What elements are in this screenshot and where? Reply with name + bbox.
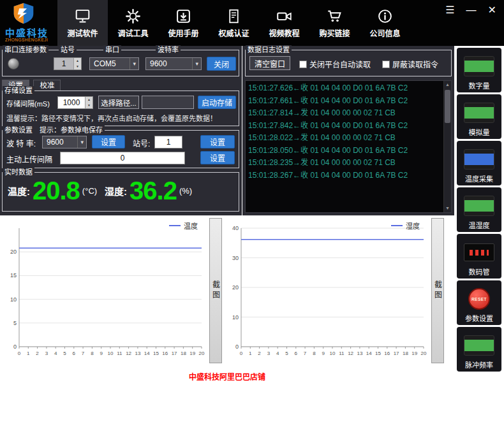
humidity-value: 36.2: [130, 177, 177, 205]
nav-item-label: 测试软件: [67, 27, 98, 38]
checkbox-box[interactable]: [299, 61, 307, 68]
product-image: [458, 236, 500, 268]
sidebar-product-6[interactable]: RESET参数设置: [457, 280, 501, 325]
sidebar-product-4[interactable]: 温湿度: [457, 187, 501, 232]
svg-text:0: 0: [13, 344, 17, 350]
download-icon: [175, 8, 191, 24]
nav-item-label: 使用手册: [168, 27, 198, 38]
product-label: 温度采集: [465, 175, 493, 184]
choose-path-button[interactable]: 选择路径...: [98, 96, 139, 109]
temperature-chart-legend: 温度: [169, 221, 198, 231]
logo-company-name-en: ZHONGSHENGKEJI: [5, 38, 48, 42]
sidebar-product-1[interactable]: 数字量: [457, 48, 501, 92]
chevron-down-icon: ▾: [130, 58, 138, 69]
product-sidebar: 数字量模拟量温度采集温湿度数码管RESET参数设置脉冲频率: [454, 46, 504, 427]
set-station-button[interactable]: 设置: [200, 135, 235, 148]
close-port-button[interactable]: 关闭: [207, 57, 236, 71]
scroll-up-icon[interactable]: ▲: [444, 81, 451, 89]
screenshot-button-temperature[interactable]: 截图: [209, 218, 222, 363]
datalog-group-title: 数据日志设置: [246, 45, 292, 54]
screenshot-button-label: 截图: [433, 280, 443, 301]
nav-item-label: 权威认证: [218, 27, 249, 38]
sidebar-product-3[interactable]: 温度采集: [457, 141, 501, 185]
serial-connection-group: 串口连接参数 站号 串口 波特率 1 ▲▼ COM5▾ 9600▾ 关闭: [2, 50, 239, 76]
svg-text:20: 20: [232, 284, 239, 291]
param-baud-select[interactable]: 9600▾: [42, 136, 87, 148]
station-spinner[interactable]: 1 ▲▼: [54, 57, 82, 70]
nav-item-4[interactable]: 权威认证: [209, 0, 259, 46]
spinner-down-icon[interactable]: ▼: [74, 64, 81, 69]
nav-item-1[interactable]: 测试软件: [57, 0, 108, 46]
product-image-text: RESET: [468, 288, 490, 310]
nav-item-label: 购买链接: [319, 27, 350, 38]
shop-link[interactable]: 中盛科技阿里巴巴店铺: [0, 371, 454, 382]
nav-item-6[interactable]: 购买链接: [309, 0, 360, 46]
baud-value: 9600: [150, 59, 167, 68]
port-select[interactable]: COM5▾: [89, 57, 139, 70]
spinner-up-icon[interactable]: ▲: [74, 58, 81, 64]
set-upload-button[interactable]: 设置: [200, 151, 235, 164]
baud-select[interactable]: 9600▾: [145, 57, 202, 70]
app-window: 中盛科技 ZHONGSHENGKEJI 测试软件调试工具使用手册权威认证视频教程…: [0, 0, 504, 427]
spinner-arrows: ▲▼: [85, 97, 93, 108]
nav-item-3[interactable]: 使用手册: [158, 0, 209, 46]
svg-text:20: 20: [199, 351, 205, 356]
svg-text:6: 6: [295, 351, 298, 356]
logo-company-name: 中盛科技: [5, 25, 48, 39]
sidebar-product-2[interactable]: 模拟量: [457, 94, 501, 139]
screenshot-button-humidity[interactable]: 截图: [431, 218, 444, 363]
station-header-label: 站号: [59, 45, 77, 54]
window-controls: ☰ — ✕: [445, 4, 496, 17]
serial-group-title: 串口连接参数: [3, 45, 48, 54]
legend-line-swatch: [391, 225, 403, 226]
chart-canvas: 0510152001234567891011121314151617181920: [3, 218, 208, 363]
set-baud-button[interactable]: 设置: [92, 135, 125, 148]
monitor-icon: [75, 8, 91, 24]
svg-text:8: 8: [313, 351, 316, 356]
close-button[interactable]: ✕: [488, 4, 496, 17]
mask-command-checkbox[interactable]: 屏蔽读取指令: [382, 59, 438, 69]
product-image: [458, 190, 500, 222]
log-line: 15:01:27.661←收 01 04 04 00 D0 01 6A 7B C…: [248, 95, 442, 108]
menu-icon[interactable]: ☰: [445, 4, 454, 17]
certificate-icon: [226, 8, 242, 24]
svg-text:13: 13: [135, 351, 140, 356]
sidebar-product-7[interactable]: 脉冲频率: [457, 327, 501, 372]
spinner-up-icon[interactable]: ▲: [85, 97, 93, 103]
auto-read-checkbox[interactable]: 关闭平台自动读取: [299, 59, 371, 69]
svg-text:10: 10: [330, 351, 336, 356]
svg-text:12: 12: [348, 351, 353, 356]
interval-spinner[interactable]: 1000 ▲▼: [57, 96, 93, 109]
product-image: [458, 329, 500, 361]
spinner-down-icon[interactable]: ▼: [85, 103, 93, 108]
minimize-button[interactable]: —: [466, 4, 477, 17]
humidity-label: 湿度:: [105, 184, 127, 198]
checkbox-box[interactable]: [382, 61, 390, 68]
log-line: 15:01:28.050←收 01 04 04 00 D0 01 6A 7B C…: [248, 145, 442, 157]
temperature-unit: (°C): [82, 186, 97, 196]
port-header-label: 串口: [103, 45, 121, 54]
product-label: 温湿度: [469, 222, 490, 230]
sidebar-product-5[interactable]: 数码管: [457, 234, 501, 279]
scrollbar-thumb[interactable]: [445, 90, 450, 123]
upload-interval-input[interactable]: 0: [60, 152, 185, 164]
tab-calibration[interactable]: 校准: [33, 80, 61, 91]
log-scrollbar[interactable]: ▲ ▼: [443, 81, 451, 212]
path-input[interactable]: [142, 96, 194, 109]
svg-text:15: 15: [10, 272, 17, 279]
clear-log-button[interactable]: 清空窗口: [249, 56, 290, 70]
log-lines: 15:01:27.626←收 01 04 04 00 D0 01 6A 7B C…: [248, 82, 442, 211]
scroll-down-icon[interactable]: ▼: [444, 205, 451, 212]
product-image: [458, 50, 500, 82]
svg-text:17: 17: [172, 351, 177, 356]
nav-item-7[interactable]: 公司信息: [360, 0, 410, 46]
main-nav: 测试软件调试工具使用手册权威认证视频教程购买链接公司信息: [57, 0, 410, 46]
svg-text:11: 11: [117, 351, 122, 356]
auto-read-checkbox-label: 关闭平台自动读取: [309, 59, 371, 69]
nav-item-5[interactable]: 视频教程: [259, 0, 309, 46]
param-station-input[interactable]: 1: [154, 136, 182, 148]
nav-item-2[interactable]: 调试工具: [108, 0, 158, 46]
svg-text:11: 11: [339, 351, 345, 356]
start-storage-button[interactable]: 启动存储: [198, 96, 236, 109]
app-logo: 中盛科技 ZHONGSHENGKEJI: [3, 2, 57, 44]
